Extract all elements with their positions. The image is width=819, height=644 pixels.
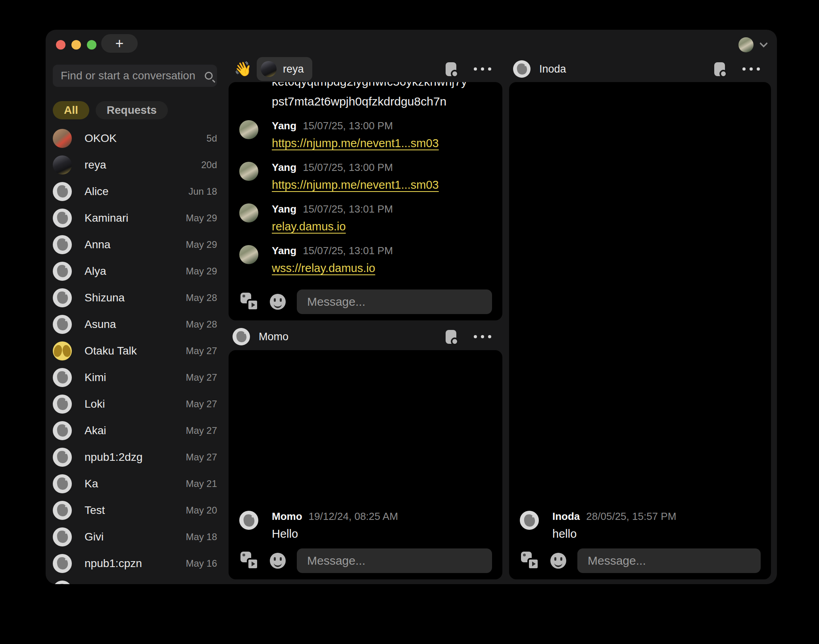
conversation-item[interactable] [53, 577, 217, 584]
conversation-name: Asuna [85, 318, 186, 331]
conversation-name: Otaku Talk [85, 345, 186, 357]
conversation-date: May 29 [186, 266, 217, 277]
note-icon[interactable] [714, 62, 725, 76]
tab-requests[interactable]: Requests [96, 101, 168, 119]
message: Momo 19/12/24, 08:25 AM Hello [239, 509, 492, 540]
message-author: Inoda [552, 509, 580, 523]
message-timestamp: 19/12/24, 08:25 AM [309, 509, 398, 523]
avatar [53, 315, 72, 334]
message-input[interactable] [297, 289, 492, 314]
avatar[interactable] [239, 511, 258, 530]
conversation-name: Akai [85, 424, 186, 437]
message-text: pst7mta2t6wpjh0qfzkdrdgu8ch7n [239, 95, 492, 108]
conversation-item[interactable]: npub1:cpznMay 16 [53, 550, 217, 577]
message-timestamp: 28/05/25, 15:57 PM [586, 509, 676, 523]
note-icon[interactable] [446, 330, 456, 344]
avatar[interactable] [239, 162, 258, 181]
conversation-item[interactable]: AsunaMay 28 [53, 311, 217, 337]
message-link[interactable]: relay.damus.io [272, 220, 346, 233]
conversation-item[interactable]: KaMay 21 [53, 470, 217, 497]
avatar[interactable] [239, 203, 258, 222]
new-conversation-button[interactable]: + [101, 34, 138, 53]
media-picker-icon[interactable] [521, 552, 539, 570]
wave-emoji: 👋 [234, 61, 252, 77]
avatar [53, 182, 72, 201]
emoji-picker-icon[interactable] [270, 294, 286, 310]
search-icon [205, 72, 213, 80]
conversation-date: May 28 [186, 319, 217, 330]
message-timestamp: 15/07/25, 13:00 PM [303, 160, 393, 174]
emoji-picker-icon[interactable] [270, 553, 286, 569]
conversation-date: May 29 [186, 239, 217, 250]
emoji-picker-icon[interactable] [550, 553, 566, 569]
chat-avatar [233, 328, 250, 345]
message-author: Yang [272, 202, 296, 216]
conversation-date: Jun 18 [188, 186, 217, 197]
more-options-button[interactable] [742, 67, 760, 71]
conversation-date: May 18 [186, 531, 217, 542]
conversation-name: Givi [85, 531, 186, 543]
chat-body-inoda: Inoda 28/05/25, 15:57 PM hello [509, 82, 771, 579]
conversation-item[interactable]: ShizunaMay 28 [53, 284, 217, 311]
chevron-down-icon[interactable] [759, 39, 768, 47]
conversation-date: May 20 [186, 505, 217, 516]
search-input[interactable] [60, 69, 205, 82]
conversation-item[interactable]: OKOK5d [53, 125, 217, 151]
message: Yang 15/07/25, 13:01 PM wss://relay.damu… [239, 243, 492, 275]
conversation-name: Loki [85, 398, 186, 410]
avatar [53, 262, 72, 281]
media-picker-icon[interactable] [240, 552, 259, 570]
avatar [53, 209, 72, 228]
avatar[interactable] [239, 245, 258, 264]
account-menu[interactable] [738, 37, 767, 52]
app-window: + All Requests OKOK5dreya20dAliceJun 18K… [46, 30, 777, 584]
chat-body-reya: ket6qyqtmpdg2lygnwfc56ykzknwnj7y pst7mta… [229, 82, 502, 320]
avatar [53, 341, 72, 360]
message-link[interactable]: https://njump.me/nevent1...sm03 [272, 178, 439, 192]
conversation-item[interactable]: KaminariMay 29 [53, 205, 217, 231]
chat-avatar [261, 61, 277, 77]
note-icon[interactable] [446, 62, 456, 76]
chat-header-inoda: Inoda [509, 57, 771, 81]
media-picker-icon[interactable] [240, 293, 259, 311]
avatar [53, 288, 72, 307]
conversation-item[interactable]: AlyaMay 29 [53, 258, 217, 284]
avatar [53, 448, 72, 467]
conversation-item[interactable]: npub1:2dzgMay 27 [53, 444, 217, 470]
conversation-item[interactable]: AliceJun 18 [53, 178, 217, 205]
conversation-item[interactable]: GiviMay 18 [53, 523, 217, 550]
conversation-item[interactable]: Otaku TalkMay 27 [53, 337, 217, 364]
conversation-name: Kimi [85, 371, 186, 384]
conversation-item[interactable]: AnnaMay 29 [53, 231, 217, 258]
conversation-item[interactable]: reya20d [53, 151, 217, 178]
more-options-button[interactable] [474, 335, 491, 338]
account-avatar[interactable] [738, 37, 754, 52]
conversation-item[interactable]: TestMay 20 [53, 497, 217, 523]
message-input[interactable] [577, 548, 761, 573]
conversation-item[interactable]: AkaiMay 27 [53, 417, 217, 444]
message-timestamp: 15/07/25, 13:00 PM [303, 119, 393, 133]
avatar [53, 395, 72, 414]
avatar[interactable] [520, 511, 539, 530]
conversation-item[interactable]: KimiMay 27 [53, 364, 217, 391]
chat-header-reya: 👋 reya [229, 57, 502, 81]
message-link[interactable]: https://njump.me/nevent1...sm03 [272, 137, 439, 150]
chat-body-momo: Momo 19/12/24, 08:25 AM Hello [229, 350, 502, 579]
chat-title: Inoda [539, 63, 566, 75]
message: Yang 15/07/25, 13:00 PM https://njump.me… [239, 119, 492, 150]
more-options-button[interactable] [474, 67, 491, 71]
message: Yang 15/07/25, 13:01 PM relay.damus.io [239, 202, 492, 233]
tab-all[interactable]: All [53, 101, 89, 119]
message-input[interactable] [297, 548, 492, 573]
zoom-button[interactable] [87, 40, 96, 50]
avatar[interactable] [239, 120, 258, 139]
avatar [53, 155, 72, 174]
close-button[interactable] [56, 40, 65, 50]
search-bar[interactable] [53, 65, 217, 87]
message-link[interactable]: wss://relay.damus.io [272, 262, 375, 275]
message-list: Inoda 28/05/25, 15:57 PM hello [509, 82, 771, 540]
minimize-button[interactable] [71, 40, 81, 50]
conversation-item[interactable]: LokiMay 27 [53, 391, 217, 417]
chat-title-pill[interactable]: reya [257, 57, 313, 81]
chat-avatar [513, 60, 531, 78]
